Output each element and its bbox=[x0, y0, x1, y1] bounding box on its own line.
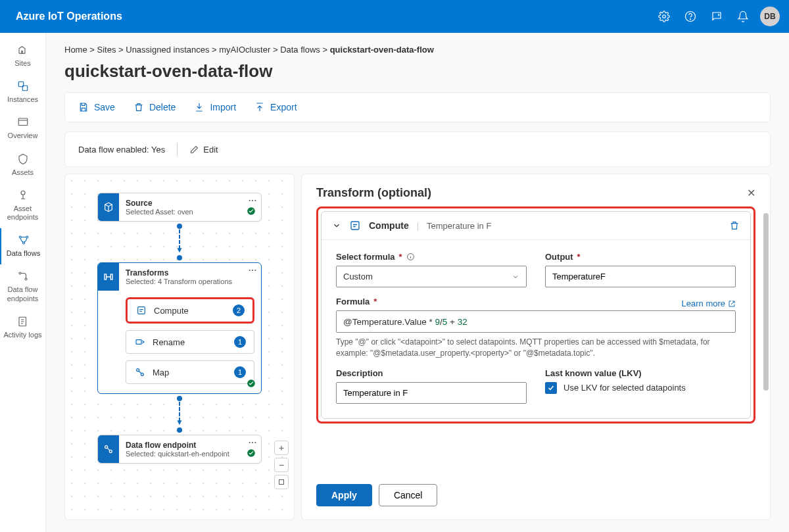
delete-block-button[interactable] bbox=[729, 220, 740, 231]
svg-rect-15 bbox=[110, 274, 112, 279]
output-label: Output * bbox=[545, 252, 736, 262]
close-icon[interactable]: ✕ bbox=[747, 187, 755, 199]
cube-icon bbox=[98, 193, 119, 221]
transforms-node[interactable]: ··· TransformsSelected: 4 Transform oper… bbox=[97, 262, 262, 394]
scrollbar[interactable] bbox=[763, 213, 769, 391]
lkv-checkbox[interactable]: Use LKV for selected datapoints bbox=[545, 382, 736, 394]
export-icon bbox=[254, 102, 265, 112]
svg-point-1 bbox=[686, 12, 696, 22]
check-icon bbox=[247, 448, 256, 458]
description-input[interactable] bbox=[336, 382, 527, 404]
compute-block-subtitle: Temperature in F bbox=[427, 221, 491, 231]
lkv-label: Last known value (LKV) bbox=[545, 368, 736, 378]
toolbar: Save Delete Import Export bbox=[64, 92, 771, 122]
notifications-icon[interactable] bbox=[730, 3, 756, 30]
sidenav-activity-logs[interactable]: Activity logs bbox=[0, 310, 45, 346]
rename-icon bbox=[134, 336, 146, 348]
svg-point-10 bbox=[19, 272, 21, 274]
page-title: quickstart-oven-data-flow bbox=[64, 61, 771, 82]
breadcrumb: Home > Sites > Unassigned instances > my… bbox=[64, 45, 771, 55]
sidenav-assets[interactable]: Assets bbox=[0, 147, 45, 183]
formula-hint: Type "@" or click "<datapoint>" to selec… bbox=[336, 337, 736, 359]
chip-map[interactable]: Map 1 bbox=[126, 360, 254, 384]
edit-button[interactable]: Edit bbox=[189, 145, 218, 155]
endpoint-icon bbox=[98, 435, 119, 463]
svg-rect-24 bbox=[279, 480, 284, 485]
panel-title: Transform (optional) bbox=[316, 186, 431, 200]
breadcrumb-dataflows[interactable]: Data flows bbox=[280, 45, 320, 55]
data-flows-icon bbox=[17, 233, 30, 247]
svg-point-7 bbox=[19, 236, 21, 238]
zoom-out-button[interactable]: − bbox=[274, 458, 289, 472]
formula-label: Formula * bbox=[336, 297, 377, 306]
side-nav: Sites Instances Overview Assets Asset en… bbox=[0, 33, 46, 532]
svg-point-0 bbox=[663, 15, 666, 18]
fit-button[interactable] bbox=[274, 475, 289, 489]
breadcrumb-sites[interactable]: Sites bbox=[97, 45, 116, 55]
svg-rect-5 bbox=[18, 118, 28, 126]
learn-more-link[interactable]: Learn more bbox=[682, 299, 736, 308]
sidenav-dataflow-endpoints[interactable]: Data flow endpoints bbox=[0, 264, 45, 309]
sidenav-data-flows[interactable]: Data flows bbox=[0, 228, 45, 264]
formula-select-label: Select formula * bbox=[336, 252, 527, 262]
status-label: Data flow enabled: Yes bbox=[78, 145, 165, 155]
save-button[interactable]: Save bbox=[78, 102, 115, 112]
compute-icon bbox=[135, 304, 147, 316]
zoom-in-button[interactable]: + bbox=[274, 441, 289, 455]
map-icon bbox=[134, 366, 146, 378]
sites-icon bbox=[16, 43, 30, 57]
avatar[interactable]: DB bbox=[760, 7, 780, 26]
sidenav-instances[interactable]: Instances bbox=[0, 74, 45, 110]
check-icon bbox=[247, 379, 256, 388]
breadcrumb-home[interactable]: Home bbox=[64, 45, 87, 55]
dataflow-endpoints-icon bbox=[16, 270, 30, 283]
formula-input[interactable]: @Temperature.Value * 9/5 + 32 bbox=[336, 310, 736, 333]
svg-point-11 bbox=[25, 278, 27, 280]
node-menu-icon[interactable]: ··· bbox=[249, 438, 257, 447]
count-badge: 1 bbox=[234, 336, 246, 348]
brand-title: Azure IoT Operations bbox=[16, 11, 651, 22]
svg-rect-18 bbox=[136, 340, 141, 345]
overview-icon bbox=[16, 116, 30, 129]
sidenav-overview[interactable]: Overview bbox=[0, 110, 45, 147]
output-input[interactable] bbox=[545, 266, 736, 287]
chevron-down-icon[interactable] bbox=[332, 221, 341, 230]
formula-select[interactable]: Custom bbox=[336, 266, 527, 287]
feedback-icon[interactable] bbox=[704, 3, 730, 30]
svg-point-21 bbox=[105, 446, 108, 448]
breadcrumb-unassigned[interactable]: Unassigned instances bbox=[126, 45, 209, 55]
chip-compute[interactable]: Compute 2 bbox=[126, 297, 254, 324]
sidenav-asset-endpoints[interactable]: Asset endpoints bbox=[0, 183, 45, 228]
svg-point-6 bbox=[21, 191, 25, 195]
transforms-icon bbox=[98, 263, 119, 291]
import-button[interactable]: Import bbox=[194, 102, 236, 112]
node-menu-icon[interactable]: ··· bbox=[249, 196, 257, 205]
svg-point-22 bbox=[109, 450, 112, 452]
svg-rect-25 bbox=[351, 222, 359, 230]
description-label: Description bbox=[336, 368, 527, 378]
chip-rename[interactable]: Rename 1 bbox=[126, 330, 254, 354]
breadcrumb-cluster[interactable]: myAIOcluster bbox=[219, 45, 270, 55]
compute-icon bbox=[349, 220, 361, 231]
svg-point-2 bbox=[690, 19, 691, 20]
settings-icon[interactable] bbox=[651, 3, 677, 30]
cancel-button[interactable]: Cancel bbox=[379, 484, 438, 506]
transform-panel: Transform (optional) ✕ Compute | Tempera bbox=[301, 174, 771, 520]
activity-logs-icon bbox=[16, 315, 30, 328]
content: Home > Sites > Unassigned instances > my… bbox=[46, 33, 789, 532]
assets-icon bbox=[16, 153, 30, 166]
help-icon[interactable] bbox=[677, 3, 704, 30]
trash-icon bbox=[133, 102, 144, 112]
endpoint-node[interactable]: ··· Data flow endpointSelected: quicksta… bbox=[97, 435, 262, 464]
apply-button[interactable]: Apply bbox=[316, 484, 372, 506]
asset-endpoints-icon bbox=[16, 189, 30, 202]
source-node[interactable]: ··· SourceSelected Asset: oven bbox=[97, 193, 262, 222]
flow-canvas[interactable]: ··· SourceSelected Asset: oven ▼ ··· Tra… bbox=[64, 174, 295, 520]
node-menu-icon[interactable]: ··· bbox=[249, 266, 257, 275]
info-icon[interactable] bbox=[406, 253, 415, 261]
save-icon bbox=[78, 102, 89, 112]
breadcrumb-current: quickstart-oven-data-flow bbox=[330, 45, 434, 55]
export-button[interactable]: Export bbox=[254, 102, 297, 112]
delete-button[interactable]: Delete bbox=[133, 102, 176, 112]
sidenav-sites[interactable]: Sites bbox=[0, 38, 45, 74]
